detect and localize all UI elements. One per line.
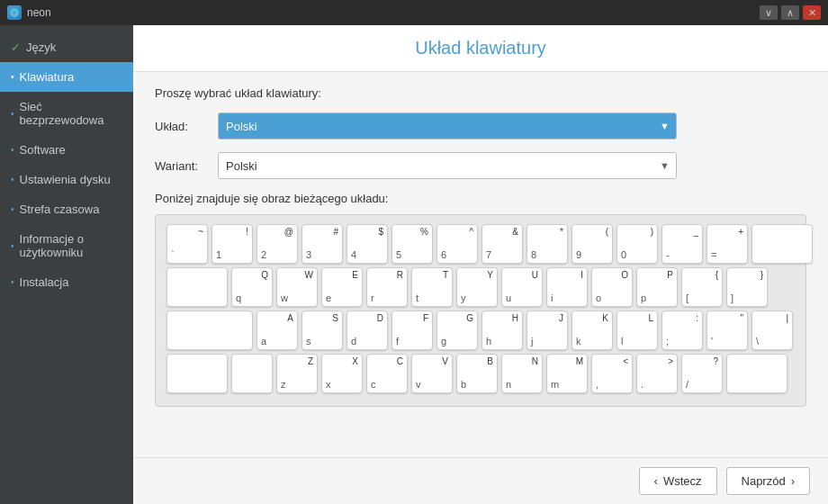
key-2[interactable]: @2 [256,224,298,264]
key-d[interactable]: Dd [346,310,388,350]
key-i[interactable]: Ii [546,267,588,307]
sidebar-item-software[interactable]: • Software [0,135,133,165]
key-e[interactable]: Ee [321,267,363,307]
key-u[interactable]: Uu [501,267,543,307]
close-button[interactable]: ✕ [803,5,821,20]
key-slash[interactable]: ?/ [681,354,723,393]
key-b[interactable]: Bb [456,354,498,393]
keyboard-description: Poniżej znajduje się obraz bieżącego ukł… [155,192,806,205]
minimize-button[interactable]: ∨ [760,5,778,20]
bullet-icon: • [11,72,14,82]
key-c[interactable]: Cc [366,354,408,393]
key-l[interactable]: Ll [616,310,658,350]
key-x[interactable]: Xx [321,354,363,393]
key-o[interactable]: Oo [591,267,633,307]
key-a[interactable]: Aa [256,310,298,350]
key-rbracket[interactable]: }] [726,267,768,307]
key-j[interactable]: Jj [526,310,568,350]
key-1[interactable]: !1 [212,224,253,264]
sidebar-label-strefa: Strefa czasowa [20,202,100,216]
key-n[interactable]: Nn [501,354,543,393]
key-7[interactable]: &7 [482,224,523,264]
bullet-icon: • [11,277,14,287]
main-layout: ✓ Język • Klawiatura • Sieć bezprzewodow… [0,25,828,504]
key-0[interactable]: )0 [616,224,658,264]
variant-select-wrapper: Polski ▼ [218,152,677,179]
key-5[interactable]: %5 [392,224,433,264]
sidebar-item-instalacja[interactable]: • Instalacja [0,267,133,297]
key-minus[interactable]: _- [662,224,703,264]
sidebar-item-informacje[interactable]: • Informacje o użytkowniku [0,224,133,267]
variant-label: Wariant: [155,159,218,173]
sidebar-item-klawiatura[interactable]: • Klawiatura [0,62,133,92]
key-tilde[interactable]: ~` [166,224,208,264]
layout-label: Układ: [155,120,218,133]
key-y[interactable]: Yy [456,267,498,307]
sidebar-item-ustawienia[interactable]: • Ustawienia dysku [0,165,133,194]
layout-select-wrapper: Polski ▼ [218,112,677,140]
keyboard-row-2: Qq Ww Ee Rr Tt Yy Uu Ii Oo Pp {[ }] [166,267,795,307]
key-q[interactable]: Qq [231,267,273,307]
titlebar-controls: ∨ ∧ ✕ [760,5,821,20]
variant-select[interactable]: Polski [218,152,677,179]
key-extra[interactable] [231,354,273,393]
key-p[interactable]: Pp [636,267,678,307]
key-v[interactable]: Vv [411,354,453,393]
next-button[interactable]: Naprzód › [726,467,810,495]
sidebar-item-siec[interactable]: • Sieć bezprzewodowa [0,92,133,135]
key-6[interactable]: ^6 [436,224,478,264]
bullet-icon: • [11,204,14,214]
key-8[interactable]: *8 [526,224,568,264]
key-4[interactable]: $4 [346,224,388,264]
back-label: Wstecz [663,474,702,488]
next-chevron-icon: › [791,474,795,488]
sidebar-label-jezyk: Język [26,40,56,54]
key-equals[interactable]: += [706,224,748,264]
bottom-bar: ‹ Wstecz Naprzód › [133,457,828,504]
maximize-button[interactable]: ∧ [781,5,799,20]
key-9[interactable]: (9 [572,224,613,264]
sidebar-label-siec: Sieć bezprzewodowa [20,100,122,127]
sidebar-label-informacje: Informacje o użytkowniku [20,232,122,259]
sidebar-label-software: Software [20,143,66,157]
content-header: Układ klawiatury [133,25,828,72]
form-area: Proszę wybrać układ klawiatury: Układ: P… [133,72,828,457]
key-lshift[interactable] [166,354,228,393]
content-area: Układ klawiatury Proszę wybrać układ kla… [133,25,828,504]
layout-select[interactable]: Polski [218,112,677,140]
key-capslock[interactable] [166,310,253,350]
bullet-icon: • [11,175,14,184]
key-k[interactable]: Kk [572,310,613,350]
keyboard-layout: ~` !1 @2 #3 $4 %5 ^6 &7 *8 (9 )0 _- += [155,214,806,407]
key-g[interactable]: Gg [436,310,478,350]
key-rshift[interactable] [726,354,788,393]
key-period[interactable]: >. [636,354,678,393]
next-label: Naprzód [742,474,786,488]
sidebar-label-ustawienia: Ustawienia dysku [20,173,111,186]
key-f[interactable]: Ff [392,310,433,350]
sidebar-item-jezyk[interactable]: ✓ Język [0,32,133,62]
key-t[interactable]: Tt [411,267,453,307]
key-comma[interactable]: <, [591,354,633,393]
key-quote[interactable]: "' [706,310,748,350]
key-r[interactable]: Rr [366,267,408,307]
key-z[interactable]: Zz [276,354,318,393]
variant-row: Wariant: Polski ▼ [155,152,806,179]
sidebar-item-strefa[interactable]: • Strefa czasowa [0,194,133,224]
sidebar-label-klawiatura: Klawiatura [20,70,75,84]
app-icon [7,5,22,20]
key-3[interactable]: #3 [302,224,343,264]
page-title: Układ klawiatury [151,38,810,58]
key-backspace[interactable] [752,224,813,264]
key-tab[interactable] [166,267,228,307]
key-m[interactable]: Mm [546,354,588,393]
key-lbracket[interactable]: {[ [681,267,723,307]
sidebar-label-instalacja: Instalacja [20,275,69,289]
back-button[interactable]: ‹ Wstecz [639,467,717,495]
key-h[interactable]: Hh [482,310,523,350]
keyboard-row-3: Aa Ss Dd Ff Gg Hh Jj Kk Ll :; "' |\ [166,310,795,350]
key-semicolon[interactable]: :; [662,310,703,350]
key-s[interactable]: Ss [302,310,343,350]
key-backslash[interactable]: |\ [752,310,793,350]
key-w[interactable]: Ww [276,267,318,307]
